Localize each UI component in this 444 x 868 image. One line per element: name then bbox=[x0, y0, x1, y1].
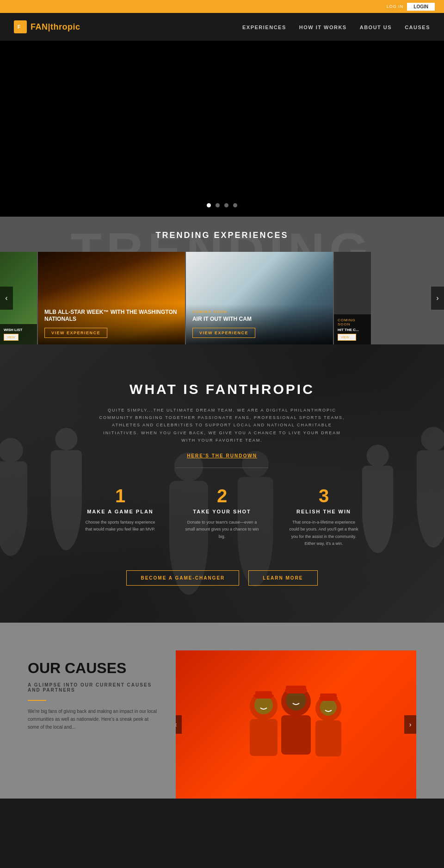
trending-title: TRENDING EXPERIENCES bbox=[0, 231, 444, 240]
causes-title: OUR CAUSES bbox=[28, 660, 157, 677]
causes-prev-button[interactable]: ‹ bbox=[176, 715, 182, 734]
card-narrow-right-btn[interactable]: VIEW ... bbox=[338, 334, 356, 341]
hero-dot-1[interactable] bbox=[207, 203, 211, 207]
step-3: 3 RELISH THE WIN That once-in-a-lifetime… bbox=[287, 487, 361, 547]
rundown-divider bbox=[176, 468, 268, 468]
what-section: WHAT IS FANTHROPIC QUITE SIMPLY...THE UL… bbox=[0, 344, 444, 623]
nav-experiences[interactable]: EXPERIENCES bbox=[242, 25, 286, 30]
card-narrow-right-title: HIT THE C... bbox=[338, 328, 367, 332]
svg-text:F: F bbox=[18, 25, 20, 30]
carousel-prev-button[interactable]: ‹ bbox=[0, 287, 13, 310]
svg-rect-25 bbox=[315, 720, 341, 756]
svg-rect-34 bbox=[320, 693, 337, 701]
step-3-title: RELISH THE WIN bbox=[287, 509, 361, 514]
causes-desc: We're big fans of giving back and making… bbox=[28, 707, 157, 731]
trending-section: TRENDING TRENDING EXPERIENCES ‹ WISH LIS… bbox=[0, 217, 444, 344]
nav-menu: EXPERIENCES HOW IT WORKS ABOUT US CAUSES bbox=[242, 23, 430, 31]
causes-next-button[interactable]: › bbox=[404, 715, 416, 734]
svg-point-28 bbox=[320, 699, 337, 716]
nav-about-us[interactable]: ABOUT US bbox=[360, 25, 392, 30]
exp-card-mlb-overlay: MLB ALL-STAR WEEK™ WITH THE WASHINGTON N… bbox=[38, 303, 185, 344]
card-narrow-right-badge: COMING SOON bbox=[338, 318, 367, 326]
exp-card-narrow-right: COMING SOON HIT THE C... VIEW ... bbox=[334, 252, 371, 344]
step-2-title: TAKE YOUR SHOT bbox=[185, 509, 259, 514]
causes-section: OUR CAUSES A GLIMPSE INTO OUR CURRENT CA… bbox=[0, 623, 444, 799]
exp-card-mlb: MLB ALL-STAR WEEK™ WITH THE WASHINGTON N… bbox=[38, 252, 185, 344]
exp-card-cam-badge: COMING SOON bbox=[192, 310, 327, 314]
carousel-next-button[interactable]: › bbox=[431, 287, 444, 310]
cta-row: BECOME A GAME-CHANGER LEARN MORE bbox=[18, 570, 426, 586]
exp-card-mlb-btn[interactable]: VIEW EXPERIENCE bbox=[44, 328, 107, 338]
step-3-desc: That once-in-a-lifetime experience could… bbox=[287, 519, 361, 547]
what-title: WHAT IS FANTHROPIC bbox=[18, 381, 426, 397]
logo-text: FAN|thropic bbox=[31, 22, 80, 32]
card-narrow-left-overlay: WISH LIST VIEW bbox=[0, 324, 37, 344]
svg-rect-23 bbox=[281, 715, 311, 755]
hero-dot-4[interactable] bbox=[233, 203, 237, 207]
svg-point-9 bbox=[421, 427, 444, 451]
hero-dot-3[interactable] bbox=[224, 203, 228, 207]
logo[interactable]: F FAN|thropic bbox=[14, 20, 80, 33]
card-narrow-left-btn[interactable]: VIEW bbox=[4, 334, 18, 341]
nav-causes[interactable]: CAUSES bbox=[405, 25, 430, 30]
causes-image bbox=[176, 650, 416, 799]
hero-dot-2[interactable] bbox=[216, 203, 220, 207]
nav-how-it-works[interactable]: HOW IT WORKS bbox=[299, 25, 347, 30]
svg-point-6 bbox=[55, 428, 77, 450]
svg-rect-30 bbox=[255, 691, 272, 699]
causes-text: OUR CAUSES A GLIMPSE INTO OUR CURRENT CA… bbox=[28, 650, 176, 731]
top-bar: LOG IN LOGIN bbox=[0, 0, 444, 13]
causes-inner: OUR CAUSES A GLIMPSE INTO OUR CURRENT CA… bbox=[0, 650, 444, 799]
hero-section bbox=[0, 41, 444, 217]
hero-pagination bbox=[207, 203, 237, 207]
login-button[interactable]: LOGIN bbox=[407, 3, 435, 11]
navbar: F FAN|thropic EXPERIENCES HOW IT WORKS A… bbox=[0, 13, 444, 41]
learn-more-button[interactable]: LEARN MORE bbox=[248, 570, 317, 586]
exp-card-cam-overlay: COMING SOON AIR IT OUT WITH CAM VIEW EXP… bbox=[186, 304, 333, 344]
exp-card-cam-btn[interactable]: VIEW EXPERIENCE bbox=[192, 328, 255, 338]
causes-carousel: ‹ bbox=[176, 650, 416, 799]
step-1-title: MAKE A GAME PLAN bbox=[83, 509, 157, 514]
rundown-link[interactable]: HERE'S THE RUNDOWN bbox=[18, 453, 426, 458]
trending-cards-container: ‹ WISH LIST VIEW MLB ALL-STAR WEEK™ WITH… bbox=[0, 252, 444, 344]
card-narrow-left-title: WISH LIST bbox=[4, 328, 33, 332]
svg-rect-32 bbox=[286, 686, 306, 693]
logo-fan: FAN bbox=[31, 22, 48, 31]
game-changer-button[interactable]: BECOME A GAME-CHANGER bbox=[126, 570, 239, 586]
svg-point-3 bbox=[0, 438, 23, 462]
exp-card-cam-title: AIR IT OUT WITH CAM bbox=[192, 316, 327, 323]
step-1-desc: Choose the sports fantasy experience tha… bbox=[83, 519, 157, 533]
step-1-number: 1 bbox=[83, 487, 157, 505]
exp-card-mlb-title: MLB ALL-STAR WEEK™ WITH THE WASHINGTON N… bbox=[44, 309, 179, 323]
login-label: LOG IN bbox=[387, 4, 404, 9]
causes-subtitle: A GLIMPSE INTO OUR CURRENT CAUSES AND PA… bbox=[28, 682, 157, 693]
logo-thropic: |thropic bbox=[48, 22, 80, 31]
step-3-number: 3 bbox=[287, 487, 361, 505]
steps-row: 1 MAKE A GAME PLAN Choose the sports fan… bbox=[18, 487, 426, 547]
step-2-desc: Donate to your team's cause—even a small… bbox=[185, 519, 259, 540]
step-2: 2 TAKE YOUR SHOT Donate to your team's c… bbox=[185, 487, 259, 547]
logo-icon: F bbox=[14, 20, 27, 33]
svg-rect-21 bbox=[250, 719, 278, 756]
exp-card-cam: COMING SOON AIR IT OUT WITH CAM VIEW EXP… bbox=[186, 252, 333, 344]
step-2-number: 2 bbox=[185, 487, 259, 505]
step-1: 1 MAKE A GAME PLAN Choose the sports fan… bbox=[83, 487, 157, 547]
card-narrow-right-overlay: COMING SOON HIT THE C... VIEW ... bbox=[334, 314, 371, 344]
what-body: QUITE SIMPLY...THE ULTIMATE DREAM TEAM. … bbox=[97, 406, 347, 444]
causes-divider bbox=[28, 700, 46, 701]
